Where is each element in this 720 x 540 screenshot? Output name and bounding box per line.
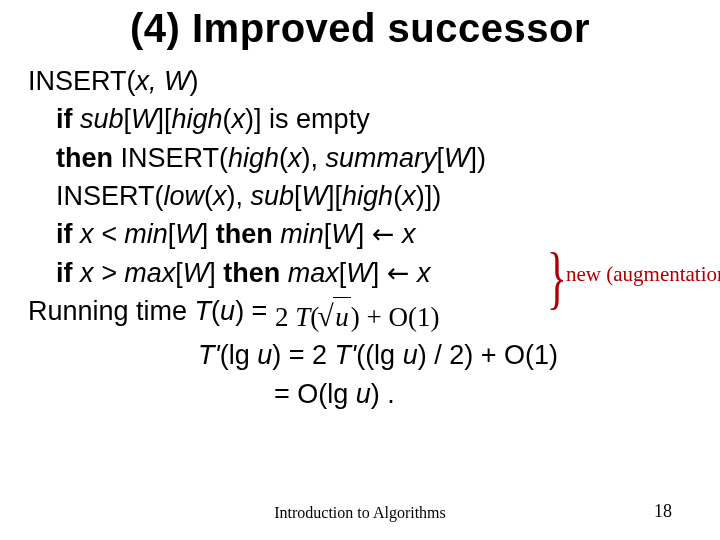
kw-if: if (56, 104, 73, 134)
text: ] (372, 258, 387, 288)
code-line-0: INSERT(x, W) (28, 62, 692, 100)
text: u (356, 379, 371, 409)
text: ((lg (356, 340, 403, 370)
recurrence-formula: 2 T(u) + O(1) (275, 297, 440, 336)
brace-icon: } (547, 240, 567, 316)
text: summary (326, 143, 437, 173)
text: ( (204, 181, 213, 211)
kw-if: if (56, 219, 73, 249)
text: high (172, 104, 223, 134)
arrow-icon: ← (387, 257, 410, 288)
text: ) (351, 302, 360, 332)
text: u (333, 297, 351, 336)
text: [ (294, 181, 302, 211)
text: x (288, 143, 302, 173)
text: W (346, 258, 371, 288)
text: W (183, 258, 208, 288)
code-line-1: if sub[W][high(x)] is empty (28, 100, 692, 138)
footer-title: Introduction to Algorithms (0, 504, 720, 522)
text: ) = (235, 296, 275, 326)
slide: (4) Improved successor INSERT(x, W) if s… (0, 0, 720, 540)
text: T' (198, 340, 220, 370)
text: x (394, 219, 415, 249)
text: ) = 2 (272, 340, 334, 370)
kw-then: then (223, 258, 280, 288)
text: ][ (157, 104, 172, 134)
kw-then: then (56, 143, 113, 173)
text: ) . (371, 379, 395, 409)
text: [ (437, 143, 445, 173)
text: x (402, 181, 416, 211)
text: ] (208, 258, 223, 288)
code-line-2: then INSERT(high(x), summary[W]) (28, 139, 692, 177)
text: [ (175, 258, 183, 288)
text: x (232, 104, 246, 134)
args: x, W (136, 66, 190, 96)
text: min (273, 219, 324, 249)
text: ), (227, 181, 251, 211)
text: )] is empty (245, 104, 370, 134)
slide-body: INSERT(x, W) if sub[W][high(x)] is empty… (28, 62, 692, 413)
text: ( (211, 296, 220, 326)
sqrt-icon: u (319, 297, 351, 336)
text: 2 (275, 302, 295, 332)
text: ) (190, 66, 199, 96)
code-line-3: INSERT(low(x), sub[W][high(x)]) (28, 177, 692, 215)
text: high (342, 181, 393, 211)
text: W (131, 104, 156, 134)
text: sub (73, 104, 124, 134)
text: + O(1) (360, 302, 440, 332)
kw-then: then (216, 219, 273, 249)
text: x < min (73, 219, 168, 249)
page-number: 18 (654, 501, 672, 522)
text: ( (279, 143, 288, 173)
text: W (331, 219, 356, 249)
code-line-8: = O(lg u) . (28, 375, 692, 413)
kw-if: if (56, 258, 73, 288)
text: [ (124, 104, 132, 134)
text: x (409, 258, 430, 288)
text: W (302, 181, 327, 211)
text: (lg (220, 340, 258, 370)
text: )]) (416, 181, 441, 211)
text: ]) (470, 143, 487, 173)
text: ][ (327, 181, 342, 211)
text: W (444, 143, 469, 173)
text: u (220, 296, 235, 326)
text: INSERT( (56, 181, 164, 211)
annotation-text: new (augmentation) (566, 262, 720, 287)
text: x (213, 181, 227, 211)
text: ( (223, 104, 232, 134)
text: W (175, 219, 200, 249)
slide-title: (4) Improved successor (0, 6, 720, 51)
text: = O(lg (274, 379, 356, 409)
text: Running time (28, 296, 195, 326)
text: INSERT( (28, 66, 136, 96)
text: sub (251, 181, 295, 211)
text: u (257, 340, 272, 370)
text: max (280, 258, 339, 288)
text: T (195, 296, 212, 326)
text: T (295, 302, 310, 332)
text: high (228, 143, 279, 173)
arrow-icon: ← (372, 218, 395, 249)
text: T' (334, 340, 356, 370)
text: u (403, 340, 418, 370)
text: x > max (73, 258, 176, 288)
text: ] (357, 219, 372, 249)
code-line-7: T'(lg u) = 2 T'((lg u) / 2) + O(1) (28, 336, 692, 374)
text: ), (302, 143, 326, 173)
annotation-group: } new (augmentation) (540, 240, 720, 316)
text: ) / 2) + O(1) (418, 340, 558, 370)
text: INSERT( (113, 143, 228, 173)
text: low (164, 181, 205, 211)
text: ( (393, 181, 402, 211)
text: ] (201, 219, 216, 249)
